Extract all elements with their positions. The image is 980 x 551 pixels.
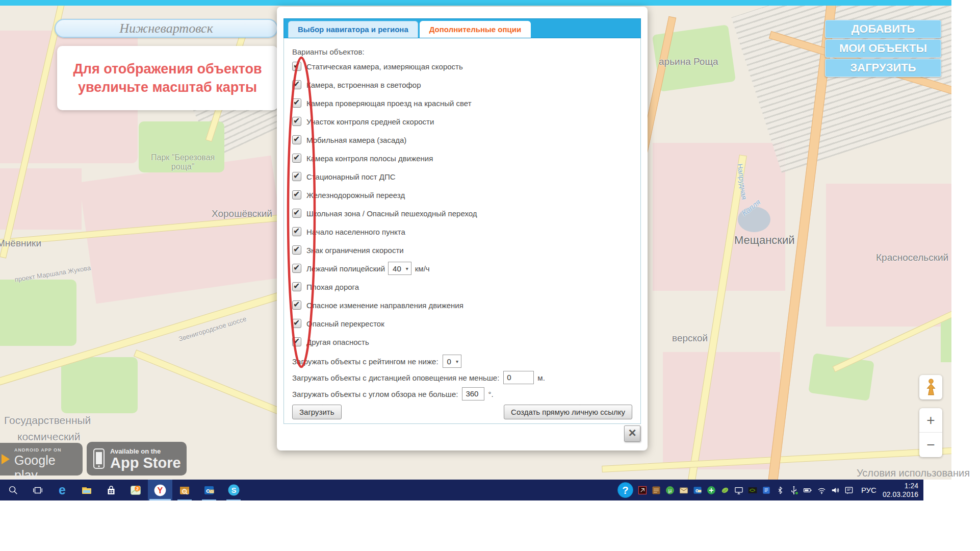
- create-link-button[interactable]: Создать прямую личную ссылку: [504, 405, 632, 419]
- svg-text:µ: µ: [668, 487, 672, 493]
- checkbox-label: Опасное изменение направления движения: [306, 301, 463, 310]
- google-play-line1: ANDROID APP ON: [14, 447, 79, 453]
- edge-icon[interactable]: e: [50, 480, 74, 500]
- speed-unit-label: км/ч: [415, 264, 430, 273]
- load-option-row: Загружать объекты с углом обзора не боль…: [292, 387, 640, 400]
- 2gis-icon[interactable]: 2: [123, 480, 148, 500]
- store-icon[interactable]: [99, 480, 123, 500]
- explorer-icon[interactable]: [74, 480, 99, 500]
- outlook-tray-icon[interactable]: o: [691, 480, 705, 500]
- checkbox-label: Участок контроля средней скорости: [306, 117, 434, 126]
- file-manager-icon[interactable]: [172, 480, 197, 500]
- svg-text:S: S: [231, 486, 236, 494]
- map-block: [663, 352, 780, 469]
- checkbox[interactable]: [292, 300, 301, 310]
- speed-limit-select[interactable]: 40▾: [388, 262, 411, 275]
- antivirus-icon[interactable]: [705, 480, 718, 500]
- search-input[interactable]: [55, 19, 278, 38]
- clock-time: 1:24: [883, 482, 918, 490]
- outlook-icon[interactable]: o: [197, 480, 221, 500]
- street-view-button[interactable]: [919, 375, 942, 399]
- checkbox-row: Камера, встроенная в светофор: [292, 79, 640, 90]
- taskbar: e2YoS ?µoРУС 1:24 02.03.2016: [0, 480, 923, 500]
- angle-input[interactable]: 360: [462, 387, 484, 400]
- my-objects-button[interactable]: МОИ ОБЪЕКТЫ: [825, 39, 941, 58]
- google-play-badge[interactable]: ANDROID APP ON Google play: [0, 443, 83, 475]
- checkbox[interactable]: [292, 245, 301, 255]
- red-app-icon[interactable]: [636, 480, 650, 500]
- load-option-suffix: °.: [488, 390, 493, 398]
- terms-of-use-link[interactable]: Условия использования: [857, 467, 970, 479]
- zoom-warning-box: Для отображения объектов увеличьте масшт…: [57, 46, 278, 110]
- zoom-warning-line1: Для отображения объектов: [57, 60, 278, 78]
- checkbox-label: Статическая камера, измеряющая скорость: [306, 62, 463, 71]
- checkbox-row: Школьная зона / Опасный пешеходный перех…: [292, 208, 640, 219]
- checkbox[interactable]: [292, 190, 301, 199]
- checkbox[interactable]: [292, 319, 301, 328]
- checkbox[interactable]: [292, 154, 301, 163]
- battery-icon[interactable]: [801, 480, 815, 500]
- checkbox[interactable]: [292, 264, 301, 273]
- park: [808, 353, 874, 401]
- task-view-icon[interactable]: [25, 480, 50, 500]
- checkbox[interactable]: [292, 117, 301, 126]
- brown-app-icon[interactable]: [650, 480, 663, 500]
- tab-navigator-region[interactable]: Выбор навигатора и региона: [288, 21, 418, 38]
- load-button[interactable]: Загрузить: [292, 405, 342, 419]
- tab-extra-options[interactable]: Дополнительные опции: [420, 21, 531, 38]
- checkbox[interactable]: [292, 227, 301, 236]
- pegman-icon: [924, 379, 938, 396]
- display-icon[interactable]: [732, 480, 746, 500]
- clock[interactable]: 1:24 02.03.2016: [883, 482, 918, 499]
- close-icon[interactable]: ×: [624, 425, 640, 442]
- blue-book-icon[interactable]: [760, 480, 773, 500]
- add-object-button[interactable]: ДОБАВИТЬ: [825, 20, 941, 38]
- map-label: арьина Роща: [659, 56, 718, 67]
- map-label: космический: [17, 431, 81, 443]
- checkbox[interactable]: [292, 337, 301, 346]
- top-strip: [0, 0, 951, 6]
- checkbox-row: Другая опасность: [292, 336, 640, 347]
- checkbox[interactable]: [292, 172, 301, 181]
- checkbox-label: Школьная зона / Опасный пешеходный перех…: [306, 209, 477, 218]
- checkbox-label: Опасный перекресток: [306, 319, 384, 328]
- skype-icon[interactable]: S: [221, 480, 246, 500]
- svg-text:e: e: [59, 484, 66, 497]
- zoom-controls: + −: [919, 408, 942, 457]
- rating-select[interactable]: 0▾: [443, 355, 461, 368]
- usb-icon[interactable]: [787, 480, 801, 500]
- load-option-row: Загружать объекты с дистанцией оповещени…: [292, 371, 640, 384]
- mail-icon[interactable]: [677, 480, 691, 500]
- utorrent-icon[interactable]: µ: [663, 480, 677, 500]
- leaf-icon[interactable]: [718, 480, 732, 500]
- zoom-in-button[interactable]: +: [919, 408, 942, 432]
- checkbox[interactable]: [292, 62, 301, 71]
- search-icon[interactable]: [1, 480, 25, 500]
- action-center-icon[interactable]: [842, 480, 856, 500]
- app-store-badge[interactable]: Available on the App Store: [87, 442, 187, 475]
- download-button[interactable]: ЗАГРУЗИТЬ: [825, 59, 941, 77]
- checkbox[interactable]: [292, 209, 301, 218]
- yandex-browser-icon[interactable]: Y: [148, 480, 172, 500]
- checkbox[interactable]: [292, 80, 301, 89]
- checkbox-row: Знак ограничения скорости: [292, 244, 640, 256]
- iphone-icon: [93, 448, 105, 469]
- wifi-icon[interactable]: [815, 480, 829, 500]
- app-store-line1: Available on the: [110, 447, 181, 455]
- zoom-out-button[interactable]: −: [919, 433, 942, 457]
- language-indicator[interactable]: РУС: [861, 486, 876, 494]
- checkbox-label: Знак ограничения скорости: [306, 246, 404, 255]
- volume-icon[interactable]: [829, 480, 842, 500]
- bluetooth-icon[interactable]: [773, 480, 787, 500]
- checkbox[interactable]: [292, 282, 301, 291]
- checkbox[interactable]: [292, 135, 301, 144]
- checkbox-label: Начало населенного пункта: [306, 228, 405, 236]
- nvidia-icon[interactable]: [746, 480, 760, 500]
- checkbox-row: Начало населенного пункта: [292, 226, 640, 237]
- checkbox[interactable]: [292, 98, 301, 108]
- clock-date: 02.03.2016: [883, 490, 918, 499]
- help-icon[interactable]: ?: [615, 480, 636, 500]
- distance-input[interactable]: 0: [503, 371, 534, 384]
- checkbox-row: Участок контроля средней скорости: [292, 116, 640, 127]
- taskbar-apps: e2YoS: [0, 480, 246, 500]
